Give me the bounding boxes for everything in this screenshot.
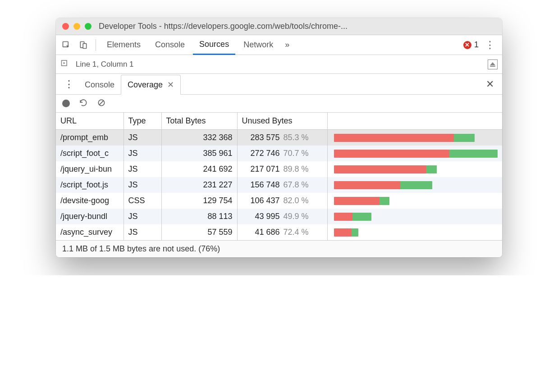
reload-icon[interactable] (79, 98, 88, 109)
cell-type: JS (123, 161, 161, 177)
device-toolbar-icon[interactable] (76, 38, 91, 52)
column-header-unused[interactable]: Unused Bytes (237, 113, 327, 130)
minimize-window-button[interactable] (73, 23, 80, 30)
cell-unused: 283 57585.3 % (237, 130, 327, 146)
table-row[interactable]: /jquery_ui-bunJS241 692217 07189.8 % (56, 161, 502, 177)
cell-bar (327, 224, 502, 240)
cell-url: /devsite-goog (56, 193, 123, 209)
cell-total: 57 559 (161, 224, 237, 240)
column-header-total[interactable]: Total Bytes (161, 113, 237, 130)
sources-status-bar: Line 1, Column 1 (56, 55, 502, 74)
close-drawer-icon[interactable]: ✕ (481, 78, 499, 90)
tab-network[interactable]: Network (237, 35, 279, 55)
cell-url: /async_survey (56, 224, 123, 240)
error-icon: ✕ (463, 41, 471, 49)
cell-bar (327, 161, 502, 177)
tab-console[interactable]: Console (149, 35, 191, 55)
titlebar: Developer Tools - https://developers.goo… (56, 18, 502, 35)
navigator-toggle-icon[interactable] (60, 59, 69, 70)
drawer-tabbar: ⋮ Console Coverage ✕ ✕ (56, 74, 502, 95)
error-count: 1 (474, 40, 479, 50)
cell-bar (327, 146, 502, 161)
cell-total: 129 754 (161, 193, 237, 209)
inspect-element-icon[interactable] (59, 38, 74, 52)
usage-bar (334, 213, 372, 221)
cell-unused: 156 74867.8 % (237, 177, 327, 193)
error-indicator[interactable]: ✕ 1 (463, 40, 479, 50)
table-row[interactable]: /script_foot_cJS385 961272 74670.7 % (56, 146, 502, 161)
usage-bar (334, 228, 359, 237)
drawer-tab-coverage-label: Coverage (128, 80, 163, 90)
cell-type: JS (123, 209, 161, 224)
table-row[interactable]: /devsite-googCSS129 754106 43782.0 % (56, 193, 502, 209)
show-drawer-icon[interactable] (488, 59, 498, 69)
traffic-lights (62, 23, 91, 30)
cell-unused: 43 99549.9 % (237, 209, 327, 224)
cell-total: 385 961 (161, 146, 237, 161)
cell-url: /jquery_ui-bun (56, 161, 123, 177)
cell-url: /prompt_emb (56, 130, 123, 146)
cell-url: /script_foot_c (56, 146, 123, 161)
table-row[interactable]: /prompt_embJS332 368283 57585.3 % (56, 130, 502, 146)
tab-elements[interactable]: Elements (101, 35, 147, 55)
cell-bar (327, 130, 502, 146)
cell-bar (327, 193, 502, 209)
table-row[interactable]: /async_surveyJS57 55941 68672.4 % (56, 224, 502, 240)
main-menu-kebab-icon[interactable]: ⋮ (480, 39, 499, 51)
drawer-tab-coverage[interactable]: Coverage ✕ (121, 75, 181, 95)
cell-unused: 217 07189.8 % (237, 161, 327, 177)
divider (96, 39, 96, 51)
cell-url: /jquery-bundl (56, 209, 123, 224)
coverage-toolbar (56, 95, 502, 113)
clear-icon[interactable] (97, 98, 106, 109)
cell-total: 231 227 (161, 177, 237, 193)
cell-type: CSS (123, 193, 161, 209)
drawer-menu-kebab-icon[interactable]: ⋮ (59, 78, 78, 90)
close-tab-icon[interactable]: ✕ (167, 80, 174, 90)
cell-type: JS (123, 146, 161, 161)
maximize-window-button[interactable] (85, 23, 91, 30)
column-header-type[interactable]: Type (123, 113, 161, 130)
usage-bar (334, 150, 498, 158)
usage-bar (334, 181, 432, 189)
cell-bar (327, 209, 502, 224)
cell-bar (327, 177, 502, 193)
column-header-bar[interactable] (327, 113, 502, 130)
cell-url: /script_foot.js (56, 177, 123, 193)
record-button-icon[interactable] (62, 100, 70, 107)
usage-bar (334, 134, 475, 142)
cell-type: JS (123, 177, 161, 193)
cell-total: 88 113 (161, 209, 237, 224)
cursor-position: Line 1, Column 1 (76, 60, 134, 69)
close-window-button[interactable] (62, 23, 69, 30)
usage-bar (334, 165, 437, 173)
svg-rect-2 (83, 43, 87, 48)
cell-total: 332 368 (161, 130, 237, 146)
coverage-table: URL Type Total Bytes Unused Bytes /promp… (56, 113, 502, 240)
window-title: Developer Tools - https://developers.goo… (99, 22, 496, 31)
drawer-tab-console[interactable]: Console (78, 76, 121, 94)
table-row[interactable]: /jquery-bundlJS88 11343 99549.9 % (56, 209, 502, 224)
cell-total: 241 692 (161, 161, 237, 177)
usage-bar (334, 197, 390, 205)
column-header-url[interactable]: URL (56, 113, 123, 130)
devtools-window: Developer Tools - https://developers.goo… (56, 18, 502, 257)
cell-unused: 106 43782.0 % (237, 193, 327, 209)
more-tabs-chevron-icon[interactable]: » (281, 40, 293, 50)
main-tabbar: Elements Console Sources Network » ✕ 1 ⋮ (56, 35, 502, 55)
table-row[interactable]: /script_foot.jsJS231 227156 74867.8 % (56, 177, 502, 193)
cell-type: JS (123, 224, 161, 240)
coverage-status: 1.1 MB of 1.5 MB bytes are not used. (76… (56, 240, 502, 257)
cell-unused: 272 74670.7 % (237, 146, 327, 161)
cell-type: JS (123, 130, 161, 146)
cell-unused: 41 68672.4 % (237, 224, 327, 240)
tab-sources[interactable]: Sources (193, 35, 235, 55)
